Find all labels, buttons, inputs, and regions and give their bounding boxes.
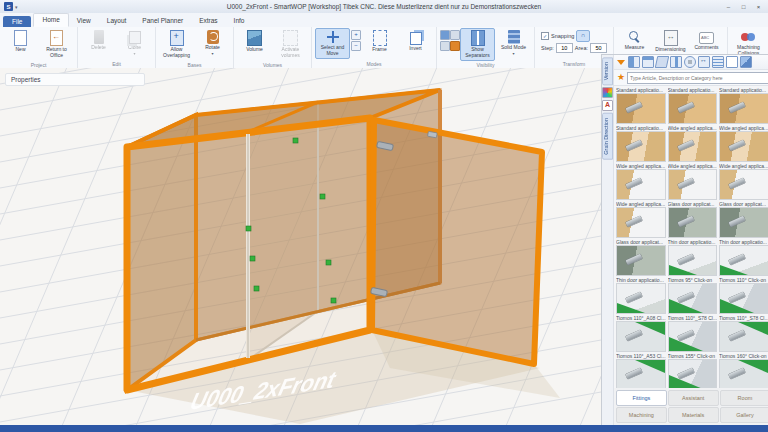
catalog-thumbnail[interactable] — [668, 245, 718, 276]
volume-button[interactable]: Volume — [237, 28, 272, 55]
rotate-button[interactable]: Rotate▾ — [195, 28, 230, 58]
catalog-thumbnail[interactable] — [616, 207, 666, 238]
catalog-item[interactable]: Tiomos 155° Click-on — [668, 353, 718, 390]
comments-button[interactable]: Comments — [689, 28, 724, 53]
invert-button[interactable]: Invert — [398, 28, 433, 54]
frame-button[interactable]: Frame — [362, 28, 397, 55]
catalog-item[interactable]: Glass door applicat... — [668, 201, 718, 238]
catalog-thumbnail[interactable] — [616, 169, 666, 200]
catalog-thumbnail[interactable] — [616, 245, 666, 276]
catalog-item[interactable]: Wide angled applica... — [719, 163, 768, 200]
catalog-item[interactable]: Standard applicatio... — [719, 87, 768, 124]
catalog-item[interactable]: Thin door applicatio... — [616, 277, 666, 314]
catalog-thumbnail[interactable] — [719, 207, 768, 238]
board-icon[interactable] — [655, 56, 670, 68]
catalog-item[interactable]: Thin door applicatio... — [719, 239, 768, 276]
snapping-checkbox[interactable]: ✓ — [541, 32, 549, 40]
door-icon[interactable] — [628, 56, 640, 68]
plus-mini-button[interactable]: + — [351, 30, 361, 40]
fitting-icon[interactable] — [684, 56, 696, 68]
catalog-thumbnail[interactable] — [668, 283, 718, 314]
catalog-thumbnail[interactable] — [719, 131, 768, 162]
tab-panel-planner[interactable]: Panel Planner — [134, 15, 191, 27]
catalog-item[interactable]: Wide angled applica... — [616, 163, 666, 200]
catalog-thumbnail[interactable] — [719, 359, 768, 390]
solid-mode-button[interactable]: Solid Mode▾ — [496, 28, 531, 58]
favorites-star-icon[interactable]: ★ — [617, 73, 625, 82]
vertical-tab-version[interactable]: Version — [602, 57, 613, 85]
catalog-thumbnail[interactable] — [719, 321, 768, 352]
text-style-icon[interactable]: A — [602, 100, 613, 111]
panel-tab-machining[interactable]: Machining — [616, 407, 667, 423]
properties-panel-header[interactable]: Properties — [5, 73, 145, 86]
catalog-thumbnail[interactable] — [616, 321, 666, 352]
materials-palette-icon[interactable] — [602, 87, 613, 98]
return-to-office-button[interactable]: Return to Office — [39, 28, 74, 61]
catalog-thumbnail[interactable] — [668, 321, 718, 352]
panel-tab-gallery[interactable]: Gallery — [720, 407, 768, 423]
catalog-thumbnail[interactable] — [719, 283, 768, 314]
catalog-thumbnail[interactable] — [719, 169, 768, 200]
eye1-mini-button[interactable] — [440, 30, 450, 40]
measure-button[interactable]: Measure — [617, 28, 652, 53]
catalog-thumbnail[interactable] — [616, 131, 666, 162]
catalog-item[interactable]: Wide angled applica... — [668, 125, 718, 162]
catalog-item[interactable]: Tiomos 160° Click-on — [719, 353, 768, 390]
dimension-icon[interactable] — [698, 56, 710, 68]
show-separators-button[interactable]: Show Separators — [460, 28, 495, 61]
catalog-thumbnail[interactable] — [668, 359, 718, 390]
catalog-thumbnail[interactable] — [616, 359, 666, 390]
catalog-thumbnail[interactable] — [668, 131, 718, 162]
catalog-thumbnail[interactable] — [616, 93, 666, 124]
cabinet-icon[interactable] — [712, 56, 724, 68]
minus-mini-button[interactable]: − — [351, 41, 361, 51]
catalog-item[interactable]: Wide angled applica... — [616, 201, 666, 238]
catalog-thumbnail[interactable] — [668, 169, 718, 200]
catalog-item[interactable]: Thin door applicatio... — [668, 239, 718, 276]
maximize-button[interactable]: □ — [737, 2, 750, 12]
area-input[interactable] — [590, 43, 607, 53]
select-and-move-button[interactable]: Select and Move — [315, 28, 350, 59]
catalog-item[interactable]: Tiomos 110°_S78 Cl... — [668, 315, 718, 352]
quick-access-toolbar[interactable]: S ▾ — [0, 2, 22, 11]
new-button[interactable]: New — [3, 28, 38, 55]
tab-layout[interactable]: Layout — [99, 15, 135, 27]
panel-tab-fittings[interactable]: Fittings — [616, 390, 667, 406]
vertical-tab-grain-direction[interactable]: Grain Direction — [602, 113, 613, 160]
catalog-item[interactable]: Wide angled applica... — [719, 125, 768, 162]
panel-tab-room[interactable]: Room — [720, 390, 768, 406]
magnet-icon[interactable]: ∩ — [576, 30, 590, 42]
catalog-item[interactable]: Standard applicatio... — [616, 125, 666, 162]
catalog-item[interactable]: Glass door applicat... — [719, 201, 768, 238]
catalog-item[interactable]: Glass door applicat... — [616, 239, 666, 276]
delete-button[interactable]: Delete — [81, 28, 116, 53]
catalog-item[interactable]: Tiomos 110°_S78 Cl... — [719, 315, 768, 352]
divider-icon[interactable] — [670, 56, 682, 68]
panel-tab-materials[interactable]: Materials — [668, 407, 719, 423]
catalog-thumbnail[interactable] — [668, 207, 718, 238]
box-icon[interactable] — [740, 56, 752, 68]
dimensioning-button[interactable]: Dimensioning — [653, 28, 688, 55]
tab-home[interactable]: Home — [33, 13, 68, 27]
clone-button[interactable]: Clone▾ — [117, 28, 152, 58]
catalog-item[interactable]: Tiomos 110° Click-on — [719, 277, 768, 314]
allow-overlapping-button[interactable]: Allow Overlapping — [159, 28, 194, 61]
catalog-item[interactable]: Standard applicatio... — [668, 87, 718, 124]
panel-tab-assistant[interactable]: Assistant — [668, 390, 719, 406]
catalog-item[interactable]: Tiomos 95° Click-on — [668, 277, 718, 314]
worktop-icon[interactable] — [642, 56, 654, 68]
3d-viewport[interactable]: U000_2xFront — [0, 68, 601, 425]
tab-info[interactable]: Info — [226, 15, 253, 27]
open-door[interactable] — [371, 120, 542, 364]
minimize-button[interactable]: – — [722, 2, 735, 12]
catalog-item[interactable]: Wide angled applica... — [668, 163, 718, 200]
catalog-thumbnail[interactable] — [719, 245, 768, 276]
tab-view[interactable]: View — [69, 15, 99, 27]
tab-extras[interactable]: Extras — [191, 15, 225, 27]
chevron-down-icon[interactable] — [617, 60, 625, 65]
close-button[interactable]: × — [752, 2, 765, 12]
catalog-thumbnail[interactable] — [616, 283, 666, 314]
qat-dropdown-icon[interactable]: ▾ — [15, 4, 18, 10]
file-button[interactable]: File — [3, 16, 31, 27]
eye3-mini-button[interactable] — [440, 41, 450, 51]
